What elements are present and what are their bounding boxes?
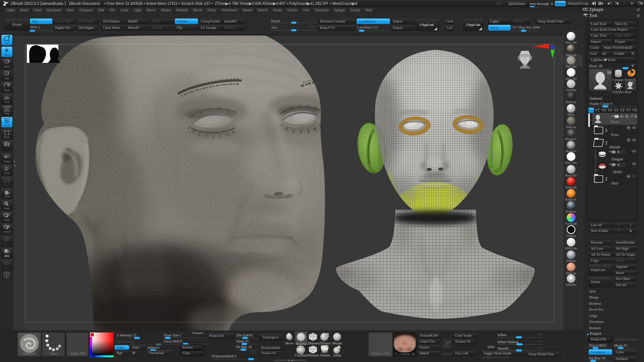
- svg-text:0: 0: [632, 81, 634, 85]
- svg-text:∷ʹz: ∷ʹz: [5, 94, 8, 95]
- svg-text:Line Fill: Line Fill: [3, 117, 10, 119]
- svg-text:Dynamic: Dynamic: [4, 106, 11, 108]
- svg-text:10: 10: [607, 70, 611, 75]
- svg-text:M: M: [8, 60, 10, 62]
- svg-text:S: S: [8, 72, 9, 74]
- svg-text:R: R: [8, 83, 9, 85]
